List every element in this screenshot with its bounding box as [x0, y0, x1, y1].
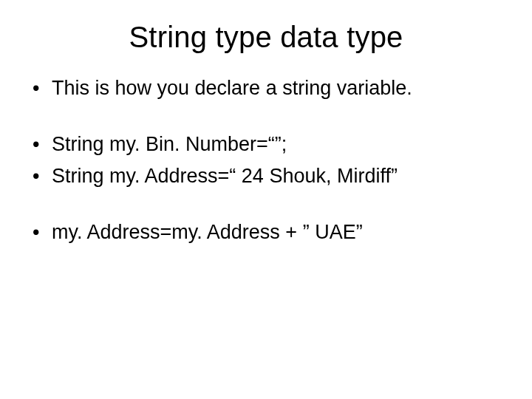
bullet-item: my. Address=my. Address + ” UAE” [27, 219, 505, 245]
bullet-item: String my. Address=“ 24 Shouk, Mirdiff” [27, 163, 505, 189]
slide: String type data type This is how you de… [0, 0, 532, 399]
bullet-item: String my. Bin. Number=“”; [27, 131, 505, 157]
spacer [27, 106, 505, 131]
bullet-list: String my. Bin. Number=“”; String my. Ad… [27, 131, 505, 189]
bullet-list: my. Address=my. Address + ” UAE” [27, 219, 505, 245]
bullet-item: This is how you declare a string variabl… [27, 75, 505, 101]
spacer [27, 194, 505, 219]
bullet-list: This is how you declare a string variabl… [27, 75, 505, 101]
slide-title: String type data type [27, 21, 505, 54]
